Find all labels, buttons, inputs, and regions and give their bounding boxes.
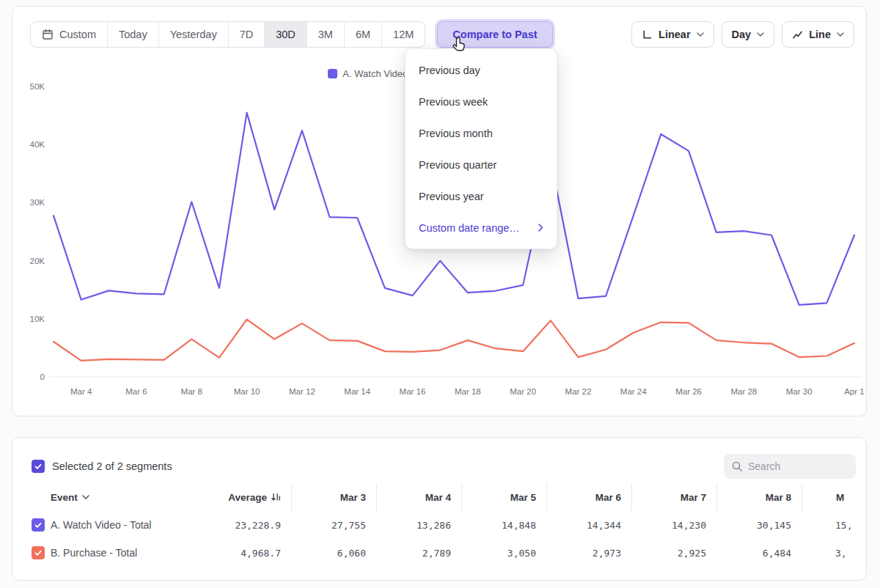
x-tick-label: Mar 8	[181, 387, 202, 396]
x-tick-label: Mar 6	[125, 387, 147, 396]
cell-value: 30,145	[716, 511, 802, 539]
table-header-row: Event Average Mar 3 Mar 4 Mar 5 Mar 6 Ma…	[12, 483, 867, 511]
range-6m[interactable]: 6M	[344, 22, 381, 47]
y-tick-label: 0	[40, 372, 45, 381]
y-tick-label: 10K	[30, 315, 45, 323]
chevron-down-icon	[837, 32, 844, 37]
segments-panel: Selected 2 of 2 segments Event Average	[12, 437, 867, 581]
cell-value: 2,973	[546, 539, 631, 567]
x-tick-label: Mar 28	[730, 387, 757, 396]
chart-type-select[interactable]: Line	[782, 21, 854, 48]
segment-a-checkbox[interactable]	[32, 518, 45, 532]
menu-item-custom-date-range[interactable]: Custom date range…	[406, 212, 557, 243]
x-tick-label: Mar 26	[675, 387, 702, 396]
row-checkbox-cell	[12, 511, 45, 539]
y-tick-label: 30K	[30, 198, 45, 207]
cell-value-clipped: 15,	[802, 511, 867, 539]
interval-select[interactable]: Day	[722, 21, 775, 48]
cell-value: 14,230	[631, 511, 716, 539]
x-tick-label: Mar 24	[620, 387, 647, 396]
column-header-date: Mar 8	[716, 483, 802, 511]
header-checkbox-spacer	[12, 483, 45, 511]
average-header-label: Average	[228, 492, 267, 503]
column-header-date: Mar 3	[291, 483, 376, 511]
range-label: Today	[119, 29, 147, 40]
range-label: Custom	[59, 29, 96, 40]
column-header-date: Mar 4	[376, 483, 461, 511]
check-icon	[34, 548, 43, 557]
x-tick-label: Mar 14	[344, 387, 370, 396]
legend-swatch	[328, 69, 337, 78]
date-range-selector: Custom Today Yesterday 7D 30D 3M 6M 12M	[30, 21, 425, 48]
cell-value: 27,755	[291, 511, 376, 539]
interval-label: Day	[732, 29, 752, 40]
range-label: 6M	[356, 29, 370, 40]
menu-item-previous-month[interactable]: Previous month	[406, 117, 557, 149]
y-tick-label: 50K	[30, 82, 45, 91]
range-label: Yesterday	[170, 29, 217, 40]
scale-select[interactable]: Linear	[631, 21, 714, 48]
y-tick-label: 40K	[30, 140, 45, 149]
search-input[interactable]	[748, 460, 843, 472]
x-tick-label: Mar 22	[565, 387, 592, 396]
sort-descending-icon	[271, 492, 281, 502]
segment-b-checkbox[interactable]	[32, 546, 45, 559]
check-icon	[34, 521, 43, 529]
range-today[interactable]: Today	[107, 22, 158, 47]
event-header-label: Event	[51, 492, 78, 503]
chart-controls: Linear Day Line	[631, 21, 854, 48]
range-label: 3M	[318, 29, 333, 40]
table-row: A. Watch Video - Total 23,228.9 27,755 1…	[12, 511, 867, 539]
select-all-checkbox[interactable]	[32, 460, 45, 473]
cell-value-clipped: 3,	[802, 539, 867, 567]
column-header-average[interactable]: Average	[218, 483, 291, 511]
cell-value: 2,925	[631, 539, 716, 567]
compare-to-past-menu: Previous day Previous week Previous mont…	[405, 48, 557, 249]
menu-item-previous-year[interactable]: Previous year	[406, 180, 557, 212]
segment-name: B. Purchase - Total	[45, 539, 218, 567]
x-tick-label: Mar 30	[786, 387, 813, 396]
chevron-down-icon	[82, 495, 89, 499]
check-icon	[34, 462, 43, 471]
chart-type-label: Line	[809, 29, 831, 40]
search-icon	[731, 460, 743, 472]
cell-value: 13,286	[376, 511, 461, 539]
x-tick-label: Mar 4	[70, 387, 92, 396]
scale-label: Linear	[659, 29, 691, 40]
menu-item-previous-week[interactable]: Previous week	[406, 86, 557, 117]
selected-segments-label: Selected 2 of 2 segments	[52, 460, 172, 472]
y-tick-label: 20K	[30, 257, 45, 265]
range-label: 30D	[276, 29, 296, 40]
x-tick-label: Mar 12	[289, 387, 315, 396]
average-value: 4,968.7	[218, 539, 291, 567]
series-line-1	[54, 320, 854, 361]
compare-to-past-button[interactable]: Compare to Past	[437, 21, 552, 48]
range-yesterday[interactable]: Yesterday	[158, 22, 228, 47]
cell-value: 2,789	[376, 539, 461, 567]
segments-header: Selected 2 of 2 segments	[32, 452, 856, 480]
segments-table: Event Average Mar 3 Mar 4 Mar 5 Mar 6 Ma…	[12, 483, 867, 567]
chevron-right-icon	[538, 224, 543, 232]
calendar-icon	[42, 29, 54, 40]
range-3m[interactable]: 3M	[307, 22, 344, 47]
range-30d[interactable]: 30D	[264, 22, 307, 47]
column-header-event[interactable]: Event	[45, 483, 218, 511]
x-tick-label: Mar 18	[455, 387, 481, 396]
x-tick-label: Mar 16	[400, 387, 426, 396]
menu-item-previous-day[interactable]: Previous day	[406, 54, 557, 86]
menu-item-previous-quarter[interactable]: Previous quarter	[406, 149, 557, 180]
x-tick-label: Mar 20	[510, 387, 536, 396]
search-box	[724, 454, 856, 479]
table-row: B. Purchase - Total 4,968.7 6,060 2,789 …	[12, 539, 867, 567]
x-tick-label: Apr 1	[844, 387, 865, 396]
column-header-date: Mar 6	[546, 483, 631, 511]
line-chart-icon	[792, 29, 803, 40]
column-header-date: Mar 7	[631, 483, 716, 511]
range-7d[interactable]: 7D	[228, 22, 265, 47]
range-custom[interactable]: Custom	[31, 22, 107, 47]
range-12m[interactable]: 12M	[381, 22, 425, 47]
toolbar: Custom Today Yesterday 7D 30D 3M 6M 12M …	[30, 21, 854, 48]
x-tick-label: Mar 10	[234, 387, 260, 396]
average-value: 23,228.9	[218, 511, 291, 539]
cell-value: 3,050	[461, 539, 546, 567]
